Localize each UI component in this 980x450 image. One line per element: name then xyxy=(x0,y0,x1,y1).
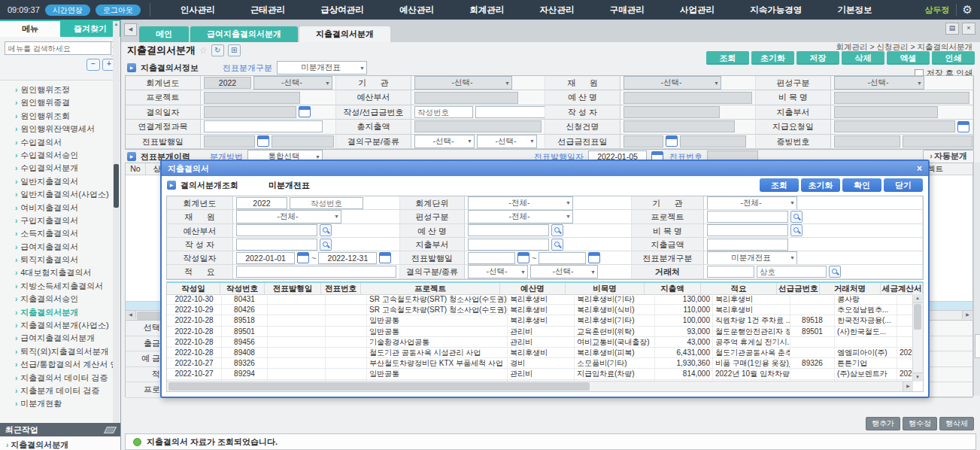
tree-item[interactable]: ›원인행위조회 xyxy=(0,110,120,123)
table-row[interactable]: 2022-10-28 89501 일반공통 관리비 교육훈련비(위탁) 93,0… xyxy=(167,327,913,337)
calendar-icon[interactable] xyxy=(957,121,969,132)
calendar-icon[interactable] xyxy=(257,135,269,147)
row-action-button[interactable]: 행삭제 xyxy=(939,417,974,430)
search-icon[interactable] xyxy=(320,239,332,251)
favorite-star-icon[interactable]: ☆ xyxy=(199,45,208,56)
tree-item[interactable]: ›지출결의서분개(사업소) xyxy=(0,319,120,332)
table-header-cell[interactable]: 프로젝트 xyxy=(361,283,500,294)
toolbar-button[interactable]: 엑셀 xyxy=(887,51,930,65)
global-menu-item[interactable]: 근태관리 xyxy=(250,5,285,16)
modal-button[interactable]: 닫기 xyxy=(884,178,923,192)
refresh-icon[interactable]: ↻ xyxy=(211,44,224,56)
modal-write-no-input[interactable] xyxy=(290,197,363,209)
toolbar-button[interactable]: 인쇄 xyxy=(932,51,975,65)
tree-item[interactable]: ›급여지출결의서 xyxy=(0,241,120,254)
voucher-issue-extra-input[interactable] xyxy=(272,135,334,147)
table-header-cell[interactable]: 적요 xyxy=(701,283,777,294)
tree-item[interactable]: ›급여지출결의서분개 xyxy=(0,332,120,345)
document-tab[interactable]: 지출결의서분개 xyxy=(299,26,390,42)
write-no-input[interactable] xyxy=(414,106,473,118)
evidence-no-input[interactable] xyxy=(834,135,900,147)
new-window-icon[interactable]: ⊞ xyxy=(228,44,241,56)
modal-expense-dept-input[interactable] xyxy=(468,239,549,251)
table-header-cell[interactable]: 전표발행일 xyxy=(265,283,321,294)
modal-button[interactable]: 초기화 xyxy=(801,178,840,192)
table-header-cell[interactable]: 예산명 xyxy=(500,283,566,294)
gear-icon[interactable]: ⚙ xyxy=(963,3,972,17)
voucher-split-select[interactable]: 미분개전표▼ xyxy=(277,61,367,74)
project-input[interactable] xyxy=(204,92,300,104)
table-header-cell[interactable]: 작성일 xyxy=(167,283,220,294)
table-header-cell[interactable]: 전표번호 xyxy=(321,283,361,294)
advance-no-input[interactable] xyxy=(475,106,545,118)
toolbar-button[interactable]: 삭제 xyxy=(842,51,884,65)
decision-type-select[interactable]: -선택-▼ xyxy=(414,135,475,148)
table-row[interactable]: 2022-10-28 89408 철도기관 공동사옥 시설관리 사업 복리후생비… xyxy=(167,348,913,358)
scroll-left-icon[interactable]: ◀ xyxy=(126,311,136,319)
search-icon[interactable] xyxy=(829,266,841,278)
decision-date-input[interactable] xyxy=(204,106,296,118)
main-vscrollbar[interactable] xyxy=(973,163,980,396)
tree-item[interactable]: ›선급/통합결의서 계산서 연 xyxy=(0,358,120,371)
close-icon[interactable]: × xyxy=(962,23,975,35)
modal-voucher-date-to-input[interactable] xyxy=(539,252,586,264)
modal-expense-amount-input[interactable] xyxy=(707,239,788,251)
global-menu-item[interactable]: 지속가능경영 xyxy=(750,5,802,16)
org-select[interactable]: -선택-▼ xyxy=(414,76,512,90)
modal-budget-class-select[interactable]: -전체-▼ xyxy=(468,210,573,223)
tree-item[interactable]: ›소득지출결의서 xyxy=(0,227,120,240)
global-menu-item[interactable]: 급상여관리 xyxy=(320,5,364,16)
global-menu-item[interactable]: 사업관리 xyxy=(680,5,715,16)
request-name-input[interactable] xyxy=(623,120,735,132)
document-tab[interactable]: 급여지출결의서분개 xyxy=(190,26,298,42)
table-header-cell[interactable]: 세금계산서번호 xyxy=(881,283,923,294)
table-header-cell[interactable]: 작성번호 xyxy=(220,283,265,294)
modal-unit-select[interactable]: -전체-▼ xyxy=(468,196,573,210)
search-icon[interactable] xyxy=(551,224,563,236)
scroll-up-icon[interactable]: ▲ xyxy=(113,21,120,28)
budget-class-select[interactable]: -선택-▼ xyxy=(834,76,924,90)
modal-decision-kind-select[interactable]: -선택-▼ xyxy=(530,265,598,278)
scrollbar-thumb[interactable] xyxy=(914,304,921,330)
modal-org-select[interactable]: -전체-▼ xyxy=(707,196,797,210)
table-hscrollbar[interactable]: ▶ xyxy=(167,381,913,391)
table-row[interactable]: 2022-10-28 89456 기술환경사업공통 관리비 여비교통비(국내출장… xyxy=(167,337,913,348)
scrollbar-thumb[interactable] xyxy=(975,334,980,358)
tab-list-icon[interactable]: ▤ xyxy=(945,23,959,35)
modal-voucher-class-select[interactable]: 미분개전표▼ xyxy=(707,251,797,265)
linked-account-input[interactable] xyxy=(204,120,323,132)
search-icon[interactable] xyxy=(320,224,332,236)
scrollbar-thumb[interactable] xyxy=(168,382,590,391)
table-header-cell[interactable]: 비목명 xyxy=(566,283,645,294)
modal-write-date-from-input[interactable] xyxy=(236,252,295,264)
table-header-cell[interactable]: 지출액 xyxy=(645,283,701,294)
global-menu-item[interactable]: 기본정보 xyxy=(837,5,872,16)
modal-summary-input[interactable] xyxy=(236,266,396,278)
tree-item[interactable]: ›수입결의서분개 xyxy=(0,162,120,175)
pay-request-date-input[interactable] xyxy=(834,120,955,132)
col-no[interactable]: No xyxy=(126,163,146,175)
global-menu-item[interactable]: 자산관리 xyxy=(540,5,575,16)
tree-item[interactable]: ›일반지출결의서(사업소) xyxy=(0,188,120,201)
modal-project-input[interactable] xyxy=(707,211,788,223)
calendar-icon[interactable] xyxy=(666,135,678,147)
tree-item[interactable]: ›지출결의서승인 xyxy=(0,293,120,306)
table-row[interactable]: 2022-10-27 89326 부산철도차량정비단 KTX 부품세척 사업 경… xyxy=(167,358,913,369)
toolbar-button[interactable]: 조회 xyxy=(706,51,749,65)
tab-prev-button[interactable]: ◀ xyxy=(124,23,137,36)
tree-item[interactable]: ›원인행위잔액명세서 xyxy=(0,123,120,135)
modal-decision-type-select[interactable]: -선택-▼ xyxy=(468,265,528,278)
modal-voucher-date-from-input[interactable] xyxy=(468,252,515,264)
budget-name-input[interactable] xyxy=(623,92,752,104)
expense-dept-input[interactable] xyxy=(834,106,938,118)
user-name[interactable]: 삼두정 xyxy=(925,5,950,16)
total-expense-input[interactable] xyxy=(414,120,542,132)
decision-kind-select[interactable]: -선택-▼ xyxy=(477,135,537,148)
sidebar-tab-menu[interactable]: 메뉴 xyxy=(0,20,60,37)
logout-button[interactable]: 로그아웃 xyxy=(96,5,141,16)
table-row[interactable]: 2022-10-30 80431 SR 고속철도차량(SRT) 청소사업(수도권… xyxy=(167,294,913,305)
table-vscrollbar[interactable]: ▲ ▼ xyxy=(912,294,923,382)
row-action-button[interactable]: 행수정 xyxy=(903,417,937,430)
modal-budget-dept-input[interactable] xyxy=(236,224,317,236)
document-tab[interactable]: 메인 xyxy=(139,26,189,42)
